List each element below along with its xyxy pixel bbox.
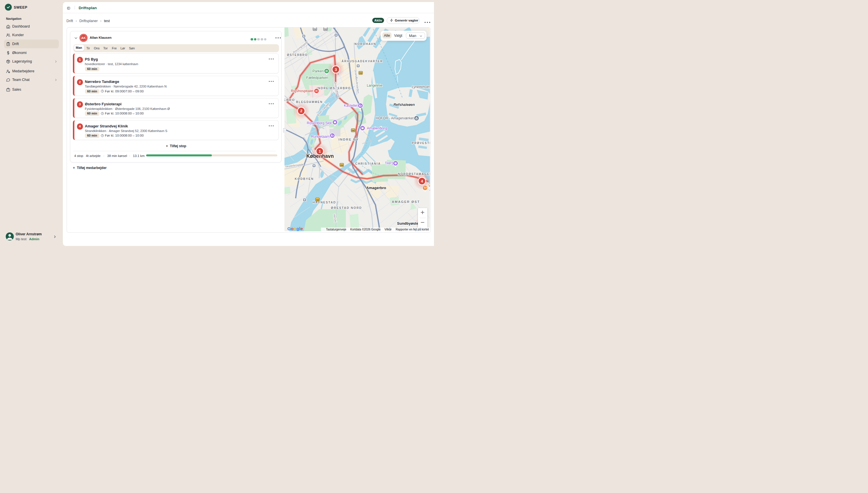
svg-text:- Am: - Am [427, 188, 430, 192]
svg-text:O2: O2 [324, 28, 327, 30]
svg-text:AMAGER ØST: AMAGER ØST [392, 200, 420, 203]
svg-text:TAP1: TAP1 [385, 161, 394, 165]
svg-text:INDRE ØSTERBRO: INDRE ØSTERBRO [317, 87, 351, 90]
svg-text:CHRISTIANIA: CHRISTIANIA [355, 162, 381, 165]
svg-text:2: 2 [300, 109, 302, 113]
svg-text:O2: O2 [316, 198, 319, 201]
svg-text:Langelinie: Langelinie [367, 84, 383, 87]
svg-text:Amalienborg: Amalienborg [367, 126, 387, 130]
svg-text:ØSTERBRO: ØSTERBRO [287, 53, 308, 57]
svg-text:Lynetteholm: Lynetteholm [411, 85, 430, 89]
svg-text:ÅRHUSGADEKVARTER: ÅRHUSGADEKVARTER [342, 59, 383, 63]
svg-text:Rosenborg Slot: Rosenborg Slot [307, 121, 332, 125]
svg-text:Amagerbro: Amagerbro [366, 186, 386, 190]
svg-text:HOFOR - Amagerværket: HOFOR - Amagerværket [376, 116, 414, 120]
svg-text:H: H [315, 89, 317, 93]
svg-text:REBRO: REBRO [284, 98, 295, 102]
svg-text:O2: O2 [314, 28, 316, 30]
svg-text:Rigshospitalet: Rigshospitalet [291, 89, 314, 93]
svg-text:NORDHAVN: NORDHAVN [355, 42, 376, 46]
svg-text:PRØVESTE: PRØVESTE [412, 142, 430, 145]
svg-text:Sundbyøster: Sundbyøster [397, 221, 420, 226]
svg-text:INDRE BY: INDRE BY [339, 138, 359, 141]
svg-text:3: 3 [335, 67, 337, 72]
svg-text:O2: O2 [352, 129, 355, 132]
svg-text:Refshaleøen: Refshaleøen [394, 103, 415, 107]
svg-text:ØRESTAD NORD: ØRESTAD NORD [331, 206, 362, 210]
svg-text:KØDBYEN: KØDBYEN [295, 177, 314, 180]
svg-text:O2: O2 [340, 164, 343, 167]
svg-text:Kastellet: Kastellet [344, 104, 358, 108]
svg-text:1: 1 [319, 149, 321, 153]
svg-text:O2: O2 [359, 72, 362, 74]
svg-text:Fælledparken: Fælledparken [306, 76, 328, 80]
svg-text:Parken: Parken [312, 69, 324, 73]
svg-text:Rundetaarn: Rundetaarn [311, 134, 330, 138]
svg-text:4: 4 [421, 179, 423, 184]
